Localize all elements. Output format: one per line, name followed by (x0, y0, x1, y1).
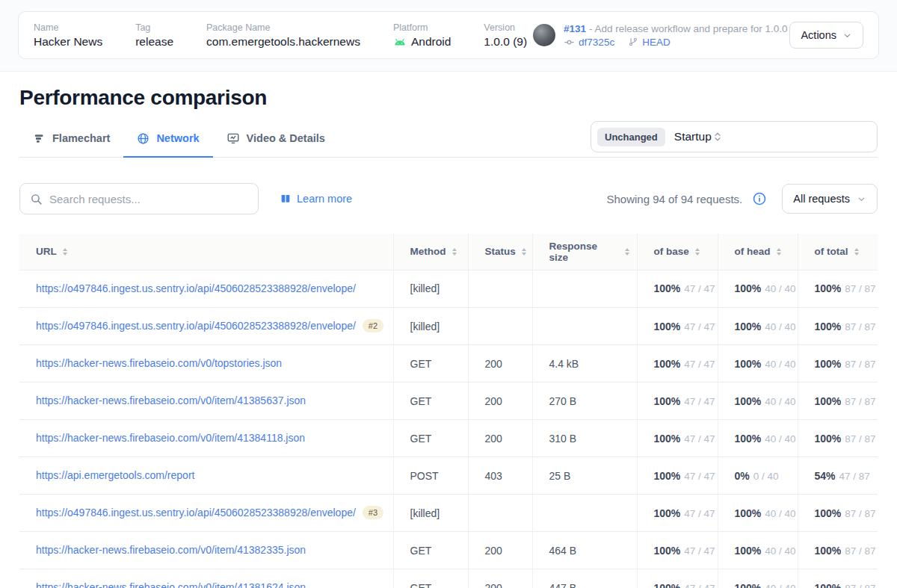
of-head-cell: 100%40 / 40 (718, 495, 798, 532)
field-version: Version 1.0.0 (9) (484, 22, 527, 49)
response-size-cell: 270 B (532, 383, 637, 420)
of-head-cell: 100%40 / 40 (718, 420, 798, 457)
method-cell: GET (393, 383, 468, 420)
pr-title-text: - Add release workflow and prepare for 1… (586, 23, 787, 34)
learn-more-label: Learn more (297, 193, 352, 205)
sort-icon (63, 248, 67, 256)
of-head-cell: 100%40 / 40 (718, 569, 798, 588)
sort-icon (625, 248, 629, 256)
sort-icon (854, 248, 859, 256)
field-package-name: Package Name com.emergetools.hackernews (206, 22, 360, 49)
request-url-link[interactable]: https://hacker-news.firebaseio.com/v0/to… (36, 357, 282, 369)
of-total-cell: 100%87 / 87 (798, 270, 878, 308)
updown-chevrons-icon (712, 131, 724, 143)
commit-sha-link[interactable]: df7325c (579, 37, 614, 48)
of-total-cell: 100%87 / 87 (798, 308, 878, 345)
chevron-down-icon (842, 31, 852, 40)
request-url-link[interactable]: https://o497846.ingest.us.sentry.io/api/… (36, 320, 356, 332)
android-icon (393, 36, 407, 48)
request-url-link[interactable]: https://hacker-news.firebaseio.com/v0/it… (36, 394, 306, 406)
method-cell: GET (393, 345, 468, 383)
app-header-card: Name Hacker News Tag release Package Nam… (18, 11, 879, 59)
of-total-cell: 100%87 / 87 (798, 495, 878, 532)
status-cell (468, 308, 532, 345)
table-row[interactable]: https://o497846.ingest.us.sentry.io/api/… (19, 270, 878, 308)
tab-flamechart[interactable]: Flamechart (19, 122, 123, 158)
status-cell: 200 (468, 383, 532, 420)
video-icon (226, 131, 240, 145)
request-url-link[interactable]: https://hacker-news.firebaseio.com/v0/it… (36, 544, 306, 556)
of-total-cell: 100%87 / 87 (798, 383, 878, 420)
table-row[interactable]: https://hacker-news.firebaseio.com/v0/it… (19, 569, 878, 588)
field-value: Hacker News (34, 35, 102, 49)
actions-button[interactable]: Actions (789, 22, 863, 49)
tab-label: Video & Details (247, 132, 325, 144)
column-header-method[interactable]: Method (393, 234, 468, 270)
column-header-response-size[interactable]: Response size (532, 234, 637, 270)
column-header-url[interactable]: URL (19, 234, 393, 270)
table-row[interactable]: https://hacker-news.firebaseio.com/v0/to… (19, 345, 878, 383)
response-size-cell: 25 B (532, 457, 637, 495)
branch-link[interactable]: HEAD (642, 37, 671, 48)
response-size-cell (532, 270, 637, 308)
book-icon (280, 193, 292, 205)
request-filter-dropdown[interactable]: All requests (782, 184, 878, 214)
of-base-cell: 100%47 / 47 (637, 420, 718, 457)
tab-network[interactable]: Network (123, 122, 212, 158)
status-cell (468, 270, 532, 308)
chevron-down-icon (857, 194, 866, 204)
tab-video-details[interactable]: Video & Details (213, 122, 339, 158)
learn-more-link[interactable]: Learn more (280, 193, 352, 205)
of-head-cell: 100%40 / 40 (718, 532, 798, 569)
table-row[interactable]: https://o497846.ingest.us.sentry.io/api/… (19, 308, 878, 345)
column-header-status[interactable]: Status (468, 234, 532, 270)
tab-label: Network (156, 132, 199, 144)
response-size-cell (532, 308, 637, 345)
method-cell: GET (393, 569, 468, 588)
search-box[interactable] (19, 183, 259, 214)
column-header-of-head[interactable]: of head (718, 234, 798, 270)
top-band: Name Hacker News Tag release Package Nam… (0, 0, 897, 72)
avatar (533, 24, 555, 46)
method-cell: GET (393, 420, 468, 457)
of-head-cell: 100%40 / 40 (718, 270, 798, 308)
table-row[interactable]: https://hacker-news.firebaseio.com/v0/it… (19, 420, 878, 457)
table-row[interactable]: https://hacker-news.firebaseio.com/v0/it… (19, 532, 878, 569)
table-row[interactable]: https://hacker-news.firebaseio.com/v0/it… (19, 383, 878, 420)
request-url-link[interactable]: https://o497846.ingest.us.sentry.io/api/… (36, 282, 356, 294)
of-total-cell: 54%47 / 87 (798, 457, 878, 495)
sort-icon (452, 248, 457, 256)
actions-button-label: Actions (801, 29, 836, 41)
flamechart-icon (33, 132, 46, 145)
column-header-of-base[interactable]: of base (637, 234, 718, 270)
search-input[interactable] (49, 193, 248, 205)
toolbar: Learn more Showing 94 of 94 requests. Al… (19, 183, 878, 214)
of-total-cell: 100%87 / 87 (798, 345, 878, 383)
commit-icon (564, 37, 575, 48)
request-url-link[interactable]: https://api.emergetools.com/report (36, 469, 194, 481)
showing-count-text: Showing 94 of 94 requests. (606, 193, 742, 205)
globe-icon (137, 132, 150, 145)
field-value: 1.0.0 (9) (484, 35, 527, 49)
response-size-cell: 310 B (532, 420, 637, 457)
of-head-cell: 0%0 / 40 (718, 457, 798, 495)
field-label: Tag (135, 22, 173, 33)
method-cell: [killed] (393, 270, 468, 308)
tab-label: Flamechart (52, 132, 110, 144)
table-header-row: URL Method Status Response size of base … (19, 234, 878, 270)
table-row[interactable]: https://o497846.ingest.us.sentry.io/api/… (19, 495, 878, 532)
comparison-select[interactable]: Unchanged Startup (591, 121, 878, 152)
of-total-cell: 100%87 / 87 (798, 532, 878, 569)
pr-number-link[interactable]: #131 (564, 23, 586, 34)
field-platform: Platform Android (393, 22, 451, 49)
table-row[interactable]: https://api.emergetools.com/report POST … (19, 457, 878, 495)
request-url-link[interactable]: https://o497846.ingest.us.sentry.io/api/… (36, 507, 356, 519)
table-body: https://o497846.ingest.us.sentry.io/api/… (19, 270, 878, 588)
request-url-link[interactable]: https://hacker-news.firebaseio.com/v0/it… (36, 581, 306, 588)
of-base-cell: 100%47 / 47 (637, 457, 718, 495)
info-icon[interactable] (752, 191, 767, 206)
sort-icon (777, 248, 781, 256)
page-title: Performance comparison (19, 85, 878, 111)
column-header-of-total[interactable]: of total (798, 234, 878, 270)
request-url-link[interactable]: https://hacker-news.firebaseio.com/v0/it… (36, 432, 305, 444)
